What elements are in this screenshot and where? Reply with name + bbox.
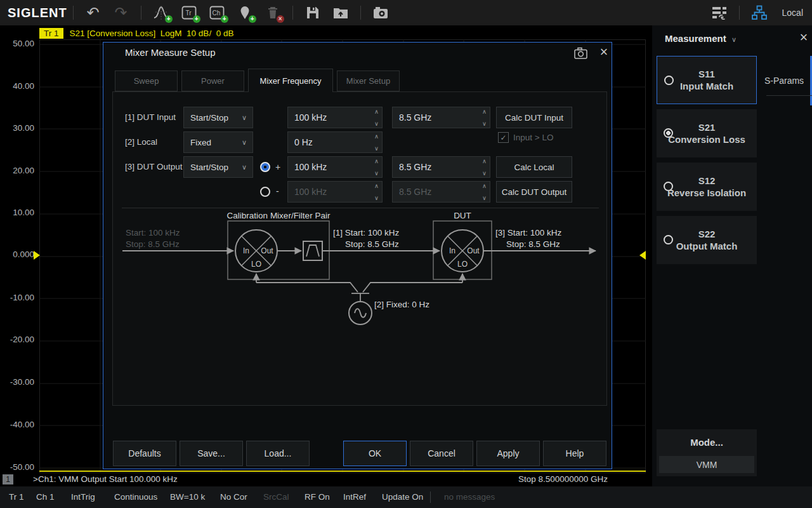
spinner[interactable]: ∧∨ — [374, 109, 379, 126]
ok-button[interactable]: OK — [343, 441, 407, 466]
tab-mixer-frequency[interactable]: Mixer Frequency — [248, 69, 333, 92]
spinner-down-icon[interactable]: ∨ — [482, 170, 487, 177]
save-button[interactable]: Save... — [180, 441, 243, 466]
dut-mixer-symbol: In Out LO — [442, 230, 483, 272]
undo-button[interactable]: ↶ — [83, 3, 103, 23]
calc-dut-output-button[interactable]: Calc DUT Output — [496, 181, 572, 203]
mode-value[interactable]: VMM — [659, 456, 754, 473]
status-correction[interactable]: No Cor — [220, 492, 247, 502]
sidebar-title[interactable]: Measurement — [665, 33, 726, 44]
spinner[interactable]: ∧∨ — [374, 158, 379, 176]
spinner-down-icon[interactable]: ∨ — [482, 195, 487, 201]
select-value: Start/Stop — [190, 113, 228, 123]
menu-collapse-button[interactable] — [709, 3, 730, 23]
spinner[interactable]: ∧∨ — [482, 183, 487, 201]
defaults-button[interactable]: Defaults — [113, 441, 176, 466]
add-marker-button[interactable]: + — [235, 3, 255, 23]
redo-button[interactable]: ↷ — [111, 3, 131, 23]
chevron-down-icon: ∨ — [242, 138, 247, 147]
spinner-down-icon[interactable]: ∨ — [482, 121, 487, 127]
mode-button[interactable]: Mode... VMM — [657, 429, 757, 476]
mixer-measure-setup-dialog: Mixer Measure Setup × Sweep Power Mixer … — [103, 42, 612, 469]
add-channel-button[interactable]: Ch + — [207, 3, 227, 23]
spinner[interactable]: ∧∨ — [482, 109, 487, 126]
add-trace-curve-button[interactable]: + — [151, 3, 171, 23]
spinner-down-icon[interactable]: ∨ — [374, 170, 379, 177]
status-sweep-mode[interactable]: Continuous — [114, 492, 157, 502]
spinner-up-icon[interactable]: ∧ — [374, 109, 379, 115]
trace-header[interactable]: Tr 1 S21 [Conversion Loss] LogM 10 dB/ 0… — [39, 27, 233, 39]
status-rf[interactable]: RF On — [304, 492, 330, 502]
sidebar-close-button[interactable]: × — [797, 29, 811, 46]
spinner[interactable]: ∧∨ — [374, 133, 379, 151]
button-label: Calc DUT Output — [502, 187, 567, 197]
status-channel[interactable]: Ch 1 — [36, 492, 55, 502]
measurement-item-s12[interactable]: S12 Reverse Isolation — [657, 163, 757, 211]
measurement-item-s11[interactable]: S11 Input Match — [657, 56, 757, 104]
status-update[interactable]: Update On — [382, 492, 423, 502]
screenshot-button[interactable] — [370, 3, 391, 23]
status-message: no messages — [444, 492, 495, 502]
cal-mixer-symbol: In Out LO — [235, 230, 277, 272]
calc-local-button[interactable]: Calc Local — [496, 156, 572, 178]
dut-input-start-field[interactable]: 100 kHz ∧∨ — [287, 107, 383, 128]
spinner-down-icon[interactable]: ∨ — [374, 145, 379, 152]
spinner[interactable]: ∧∨ — [482, 158, 487, 176]
load-button[interactable]: Load... — [246, 441, 310, 466]
spinner-up-icon[interactable]: ∧ — [374, 183, 379, 189]
recall-button[interactable] — [331, 3, 351, 23]
delete-button[interactable]: × — [263, 3, 283, 23]
spinner[interactable]: ∧∨ — [374, 183, 379, 201]
spinner-down-icon[interactable]: ∨ — [374, 195, 379, 201]
plus-radio[interactable] — [260, 162, 270, 172]
s-params-side-tab[interactable]: S-Params — [759, 56, 809, 105]
tab-power[interactable]: Power — [181, 70, 244, 91]
button-label: Load... — [265, 448, 292, 458]
trace-badge[interactable]: Tr 1 — [39, 28, 63, 39]
dut-output-minus-start-field[interactable]: 100 kHz ∧∨ — [287, 181, 383, 203]
tab-sweep[interactable]: Sweep — [115, 70, 178, 91]
dut-output-mode-select[interactable]: Start/Stop ∨ — [183, 156, 253, 178]
cancel-button[interactable]: Cancel — [410, 441, 473, 466]
status-trace[interactable]: Tr 1 — [9, 492, 24, 502]
apply-button[interactable]: Apply — [476, 441, 540, 466]
dialog-close-button[interactable]: × — [597, 44, 611, 60]
spinner-up-icon[interactable]: ∧ — [374, 133, 379, 140]
measurement-item-s22[interactable]: S22 Output Match — [657, 216, 757, 264]
toolbar-separator — [73, 6, 74, 20]
spinner-up-icon[interactable]: ∧ — [374, 158, 379, 164]
help-button[interactable]: Help — [543, 441, 606, 466]
spinner-up-icon[interactable]: ∧ — [482, 183, 487, 189]
dialog-screenshot-button[interactable] — [574, 47, 588, 60]
save-button[interactable] — [303, 3, 323, 23]
measurement-item-s21[interactable]: S21 Conversion Loss — [657, 109, 757, 157]
spinner-up-icon[interactable]: ∧ — [482, 109, 487, 115]
toolbar-separator — [292, 6, 293, 20]
minus-radio[interactable] — [260, 187, 270, 197]
dut-input-stop-field[interactable]: 8.5 GHz ∧∨ — [392, 107, 490, 128]
dut-output-plus-stop-field[interactable]: 8.5 GHz ∧∨ — [392, 156, 490, 178]
status-bandwidth[interactable]: BW=10 k — [170, 492, 205, 502]
dut-output-plus-start-field[interactable]: 100 kHz ∧∨ — [287, 156, 383, 178]
add-trace-button[interactable]: Tr + — [179, 3, 199, 23]
dut-input-mode-select[interactable]: Start/Stop ∨ — [183, 107, 253, 128]
status-trigger[interactable]: IntTrig — [71, 492, 95, 502]
tab-mixer-setup[interactable]: Mixer Setup — [337, 70, 400, 91]
redo-icon: ↷ — [115, 5, 128, 20]
camera-icon — [574, 47, 588, 60]
input-gt-lo-label: Input > LO — [513, 133, 553, 142]
toolbar-separator — [739, 6, 740, 20]
input-gt-lo-checkbox[interactable]: ✓ — [498, 132, 509, 143]
network-status-button[interactable] — [749, 3, 769, 23]
spinner-up-icon[interactable]: ∧ — [482, 158, 487, 164]
spinner-down-icon[interactable]: ∨ — [374, 121, 379, 127]
svg-text:LO: LO — [251, 260, 261, 269]
local-mode-select[interactable]: Fixed ∨ — [183, 131, 253, 153]
button-label: Help — [566, 448, 584, 458]
status-reference[interactable]: IntRef — [343, 492, 366, 502]
mode-label: Mode... — [657, 437, 757, 448]
local-fixed-field[interactable]: 0 Hz ∧∨ — [287, 131, 383, 153]
dut-output-minus-stop-field[interactable]: 8.5 GHz ∧∨ — [392, 181, 490, 203]
lo-source-symbol — [349, 302, 372, 324]
calc-dut-input-button[interactable]: Calc DUT Input — [496, 107, 572, 128]
